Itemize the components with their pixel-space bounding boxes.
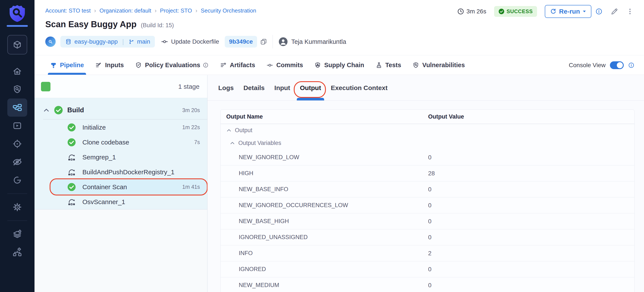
table-row[interactable]: NEW_BASE_HIGH0 [221, 213, 634, 229]
step-row-osvscanner[interactable]: OsvScanner_1 [34, 194, 207, 209]
targets-crosshair-icon[interactable] [7, 135, 27, 153]
commit-sha: 9b349ce [229, 38, 253, 45]
table-row[interactable]: NEW_MEDIUM0 [221, 277, 634, 292]
module-selector-button[interactable] [7, 35, 27, 54]
tab-inputs[interactable]: Inputs [95, 56, 124, 75]
avatar[interactable] [278, 37, 288, 46]
step-row-clone-codebase[interactable]: Clone codebase 7s [34, 135, 207, 150]
tab-execution-context[interactable]: Execution Context [331, 75, 388, 100]
group-output[interactable]: Output [221, 124, 634, 136]
tab-label: Input [274, 84, 290, 92]
chevron-up-icon [230, 142, 235, 144]
info-icon[interactable] [203, 62, 208, 68]
tab-vulnerabilities[interactable]: Vulnerabilities [412, 56, 465, 75]
stage-count: 1 stage [178, 83, 200, 90]
step-loop-icon [67, 168, 76, 177]
trigger-globe-icon[interactable] [45, 37, 56, 47]
output-value: 0 [428, 218, 432, 225]
policy-shield-check-icon [135, 62, 142, 69]
caret-down-icon [582, 10, 586, 13]
tab-label: Inputs [105, 62, 124, 69]
tab-supply-chain[interactable]: Supply Chain [314, 56, 364, 75]
stage-divider [43, 119, 207, 119]
breadcrumb-account[interactable]: Account: STO test [45, 7, 91, 14]
duration-chip: 3m 26s [457, 8, 486, 15]
tab-artifacts[interactable]: Artifacts [220, 56, 255, 75]
codebase-pill[interactable]: easy-buggy-app | main [60, 36, 155, 48]
edit-pencil-icon[interactable] [610, 7, 618, 16]
table-row[interactable]: IGNORED_UNASSIGNED0 [221, 229, 634, 245]
step-row-semgrep[interactable]: Semgrep_1 [34, 150, 207, 165]
table-row[interactable]: NEW_IGNORED_LOW0 [221, 150, 634, 166]
kebab-menu-icon[interactable] [626, 8, 634, 15]
success-check-icon [498, 9, 504, 15]
tab-output[interactable]: Output [300, 75, 321, 100]
table-row[interactable]: NEW_IGNORED_OCCURRENCES_LOW0 [221, 197, 634, 213]
table-row[interactable]: INFO2 [221, 245, 634, 261]
tab-logs[interactable]: Logs [218, 75, 234, 100]
commit-sha-pill[interactable]: 9b349ce [225, 36, 257, 48]
copy-icon[interactable] [260, 38, 267, 45]
table-row[interactable]: NEW_BASE_INFO0 [221, 181, 634, 197]
stage-duration: 3m 20s [182, 107, 200, 113]
console-view-toggle[interactable] [610, 61, 624, 69]
tab-label: Commits [276, 62, 303, 69]
get-started-power-icon[interactable] [7, 171, 27, 189]
build-id: (Build Id: 15) [141, 22, 174, 29]
tab-policy-evaluations[interactable]: Policy Evaluations [135, 56, 208, 75]
breadcrumb-project[interactable]: Project: STO [160, 7, 192, 14]
step-success-icon [67, 138, 76, 147]
scans-shield-search-icon[interactable] [7, 80, 27, 98]
tab-label: Tests [386, 62, 401, 69]
table-row[interactable]: HIGH28 [221, 166, 634, 181]
step-row-build-and-push[interactable]: BuildAndPushDockerRegistry_1 [34, 165, 207, 180]
group-output-variables[interactable]: Output Variables [221, 136, 634, 150]
exemptions-eye-slash-icon[interactable] [7, 153, 27, 171]
chevron-up-icon[interactable] [44, 108, 49, 112]
table-row[interactable]: IGNORED0 [221, 261, 634, 277]
sto-logo-icon[interactable] [9, 4, 26, 23]
tab-input[interactable]: Input [274, 75, 290, 100]
artifacts-list-plus-icon [220, 62, 227, 69]
step-duration: 7s [194, 139, 200, 145]
resources-layers-gear-icon[interactable] [7, 225, 27, 243]
pipeline-icon [50, 62, 57, 69]
executions-play-icon[interactable] [7, 117, 27, 135]
breadcrumb-pipeline[interactable]: Security Orchestration [201, 7, 256, 14]
commit-message[interactable]: Update Dockerfile [171, 38, 219, 45]
supply-chain-shield-icon [314, 62, 321, 69]
rerun-button[interactable]: Re-run [545, 5, 592, 18]
tab-commits[interactable]: Commits [266, 56, 303, 75]
org-structure-gear-icon[interactable] [7, 243, 27, 261]
stage-group-build[interactable]: Build 3m 20s [34, 101, 207, 119]
output-value: 0 [428, 282, 432, 289]
step-row-initialize[interactable]: Initialize 1m 22s [34, 120, 207, 135]
step-row-container-scan[interactable]: Container Scan 1m 41s [34, 180, 207, 194]
home-icon[interactable] [7, 62, 27, 80]
tab-label: Output [300, 84, 321, 92]
repo-name: easy-buggy-app [74, 38, 118, 45]
tab-label: Pipeline [60, 62, 84, 69]
step-name: OsvScanner_1 [82, 198, 125, 206]
step-detail-panel: Logs Details Input Output Execution Cont… [208, 75, 644, 292]
output-name: NEW_BASE_HIGH [239, 218, 289, 225]
module-cube-icon [12, 40, 22, 50]
column-output-name: Output Name [226, 113, 263, 120]
stage-name: Build [67, 106, 84, 114]
output-rows: NEW_IGNORED_LOW0HIGH28NEW_BASE_INFO0NEW_… [221, 150, 634, 292]
tab-label: Vulnerabilities [422, 62, 465, 69]
step-success-icon [67, 123, 76, 132]
step-detail-tabs: Logs Details Input Output Execution Cont… [208, 75, 644, 101]
pipelines-icon[interactable] [7, 98, 27, 117]
tab-details[interactable]: Details [244, 75, 265, 100]
breadcrumb-org[interactable]: Organization: default [100, 7, 151, 14]
tab-label: Supply Chain [324, 62, 364, 69]
tab-label: Details [244, 84, 265, 92]
tab-pipeline[interactable]: Pipeline [50, 56, 84, 75]
header-actions: 3m 26s SUCCESS [457, 5, 634, 18]
tab-tests[interactable]: Tests [376, 56, 401, 75]
info-icon[interactable] [595, 8, 602, 15]
settings-gear-icon[interactable] [7, 198, 27, 216]
info-icon[interactable] [628, 62, 634, 68]
group-label: Output [235, 127, 252, 134]
